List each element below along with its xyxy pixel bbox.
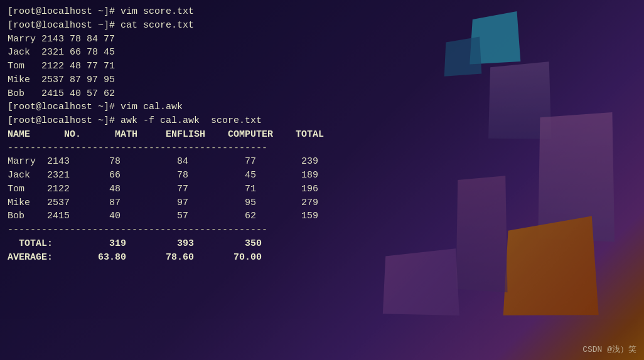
terminal-line: NAME NO. MATH ENFLISH COMPUTER TOTAL [8,128,636,142]
terminal-line: [root@localhost ~]# vim cal.awk [8,100,636,114]
terminal-line: AVERAGE: 63.80 78.60 70.00 [8,251,636,265]
terminal-line: Tom 2122 48 77 71 [8,60,636,73]
terminal-line: ----------------------------------------… [8,142,636,156]
terminal-line: TOTAL: 319 393 350 [8,237,636,251]
terminal-line: ----------------------------------------… [8,223,636,237]
terminal-line: Bob 2415 40 57 62 [8,87,636,101]
terminal-line: Marry 2143 78 84 77 239 [8,155,636,169]
terminal-line: Jack 2321 66 78 45 [8,46,636,60]
terminal-line: [root@localhost ~]# cat score.txt [8,19,636,33]
terminal-line: Marry 2143 78 84 77 [8,33,636,46]
terminal-window: [root@localhost ~]# vim score.txt[root@l… [0,0,644,360]
terminal-line: [root@localhost ~]# awk -f cal.awk score… [8,114,636,128]
terminal-line: [root@localhost ~]# vim score.txt [8,5,636,19]
terminal-line: Jack 2321 66 78 45 189 [8,169,636,183]
terminal-line: Mike 2537 87 97 95 279 [8,196,636,210]
watermark: CSDN @浅）笑 [582,344,636,355]
terminal-line: Tom 2122 48 77 71 196 [8,183,636,196]
terminal-line: Bob 2415 40 57 62 159 [8,209,636,223]
terminal-line: Mike 2537 87 97 95 [8,73,636,87]
